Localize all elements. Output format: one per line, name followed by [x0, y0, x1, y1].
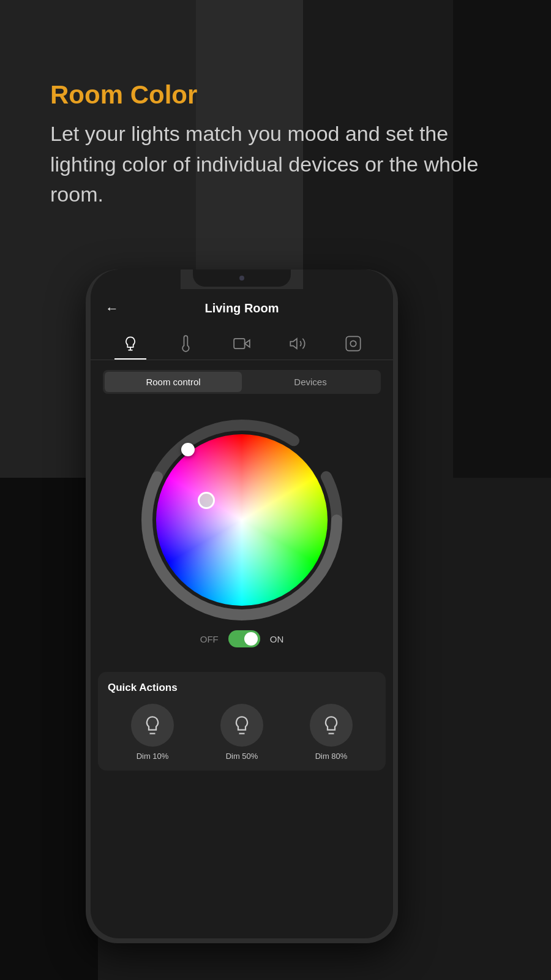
quick-action-dim80[interactable]: Dim 80% [310, 704, 353, 761]
bg-panel-bottom-left [0, 478, 98, 980]
header-title: Living Room [204, 301, 279, 315]
phone-notch-inner [193, 270, 291, 287]
tab-speaker[interactable] [282, 331, 313, 360]
page-description: Let your lights match you mood and set t… [50, 119, 502, 209]
ring-handle[interactable] [181, 443, 195, 456]
color-wheel-disc[interactable] [156, 434, 328, 606]
dim50-label: Dim 50% [226, 752, 258, 761]
bulb-icon [122, 335, 139, 352]
bulb-dim-icon [141, 714, 163, 736]
tab-socket[interactable] [337, 331, 369, 360]
thermometer-icon [178, 335, 195, 352]
dim10-icon-bg [131, 704, 174, 747]
toggle-off-label: OFF [200, 634, 219, 644]
toggle-on-label: ON [270, 634, 284, 644]
phone-notch [181, 270, 303, 289]
page-title: Room Color [50, 80, 502, 110]
dim50-icon-bg [220, 704, 263, 747]
back-button[interactable]: ← [105, 301, 119, 317]
quick-action-dim10[interactable]: Dim 10% [131, 704, 174, 761]
dim80-label: Dim 80% [315, 752, 348, 761]
segment-room-control[interactable]: Room control [105, 372, 242, 392]
speaker-icon [289, 335, 306, 352]
tab-camera[interactable] [226, 331, 258, 360]
tab-light[interactable] [114, 331, 146, 360]
color-picker-dot[interactable] [198, 492, 215, 509]
phone-screen: ← Living Room [91, 270, 393, 938]
dim80-icon-bg [310, 704, 353, 747]
bulb-mid-icon [231, 714, 253, 736]
bulb-bright-icon [320, 714, 342, 736]
quick-actions-grid: Dim 10% Dim 50% [108, 704, 376, 761]
quick-actions-section: Quick Actions Dim 10% [98, 672, 386, 771]
app-header: ← Living Room [91, 296, 393, 325]
svg-marker-2 [290, 339, 297, 349]
title-section: Room Color Let your lights match you moo… [50, 80, 502, 209]
camera-icon [233, 335, 250, 352]
segment-control: Room control Devices [103, 370, 381, 394]
quick-actions-title: Quick Actions [108, 682, 376, 694]
toggle-switch[interactable] [228, 630, 260, 647]
tab-temperature[interactable] [170, 331, 202, 360]
tab-bar [91, 325, 393, 360]
bg-panel-right [453, 0, 551, 478]
phone-mockup: ← Living Room [86, 270, 398, 943]
color-wheel-section: OFF ON [91, 404, 393, 672]
socket-icon [345, 335, 362, 352]
toggle-row: OFF ON [200, 630, 284, 647]
camera-dot [239, 276, 244, 281]
color-wheel-container[interactable] [138, 416, 346, 624]
dim10-label: Dim 10% [137, 752, 169, 761]
segment-devices[interactable]: Devices [242, 372, 379, 392]
quick-action-dim50[interactable]: Dim 50% [220, 704, 263, 761]
svg-rect-1 [234, 339, 245, 349]
svg-rect-3 [346, 336, 360, 350]
